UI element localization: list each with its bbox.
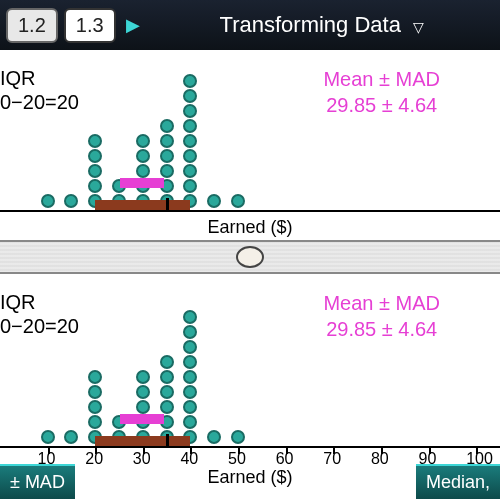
tick-mark (190, 446, 192, 454)
page-title-text: Transforming Data (220, 12, 401, 37)
grab-handle-icon[interactable] (236, 246, 264, 268)
data-dot (136, 370, 150, 384)
median-mark (166, 434, 169, 446)
tick-mark (476, 446, 478, 454)
data-dot (160, 149, 174, 163)
data-dot (183, 355, 197, 369)
tick-mark (95, 446, 97, 454)
data-dot (231, 194, 245, 208)
data-dot (160, 370, 174, 384)
data-dot (88, 385, 102, 399)
topbar: 1.2 1.3 ▶ Transforming Data ▽ (0, 0, 500, 50)
data-dot (183, 340, 197, 354)
data-dot (183, 134, 197, 148)
data-dot (183, 415, 197, 429)
data-dot (160, 400, 174, 414)
data-dot (88, 164, 102, 178)
data-dot (183, 89, 197, 103)
plot-area-bottom: 102030405060708090100 (0, 288, 500, 448)
data-dot (207, 430, 221, 444)
iqr-box (95, 436, 190, 446)
data-dot (183, 164, 197, 178)
chart-top[interactable]: IQR 0−20=20 Mean ± MAD 29.85 ± 4.64 Earn… (0, 50, 500, 240)
data-dot (183, 385, 197, 399)
data-dot (207, 194, 221, 208)
tick-mark (48, 446, 50, 454)
plot-area-top (0, 62, 500, 212)
iqr-box (95, 200, 190, 210)
data-dot (64, 194, 78, 208)
data-dot (183, 400, 197, 414)
median-mark (166, 198, 169, 210)
tick-mark (381, 446, 383, 454)
data-dot (183, 325, 197, 339)
data-dot (231, 430, 245, 444)
data-dot (41, 430, 55, 444)
x-axis-label-top: Earned ($) (207, 217, 292, 238)
mad-box (120, 178, 164, 188)
data-dot (160, 134, 174, 148)
tick-mark (143, 446, 145, 454)
data-dot (160, 119, 174, 133)
data-dot (136, 149, 150, 163)
data-dot (183, 119, 197, 133)
pane-divider[interactable] (0, 240, 500, 274)
tick-mark (238, 446, 240, 454)
data-dot (88, 415, 102, 429)
tick-mark (286, 446, 288, 454)
mad-box (120, 414, 164, 424)
data-dot (160, 355, 174, 369)
data-dot (183, 179, 197, 193)
data-dot (136, 385, 150, 399)
median-button[interactable]: Median, (416, 464, 500, 499)
tab-current[interactable]: 1.3 (64, 8, 116, 43)
data-dot (88, 370, 102, 384)
tick-mark (333, 446, 335, 454)
bottombar: ± MAD Median, (0, 462, 500, 500)
dropdown-caret-icon: ▽ (413, 19, 424, 35)
data-dot (136, 400, 150, 414)
data-dot (88, 179, 102, 193)
data-dot (88, 149, 102, 163)
data-dot (136, 134, 150, 148)
page-title[interactable]: Transforming Data ▽ (150, 12, 494, 38)
mad-button[interactable]: ± MAD (0, 464, 75, 499)
data-dot (88, 400, 102, 414)
tab-prev[interactable]: 1.2 (6, 8, 58, 43)
data-dot (183, 310, 197, 324)
data-dot (183, 74, 197, 88)
data-dot (64, 430, 78, 444)
data-dot (88, 134, 102, 148)
data-dot (183, 370, 197, 384)
data-dot (160, 164, 174, 178)
data-dot (160, 385, 174, 399)
chevron-right-icon[interactable]: ▶ (126, 14, 140, 36)
data-dot (136, 164, 150, 178)
tick-mark (429, 446, 431, 454)
data-dot (183, 104, 197, 118)
data-dot (183, 149, 197, 163)
data-dot (41, 194, 55, 208)
